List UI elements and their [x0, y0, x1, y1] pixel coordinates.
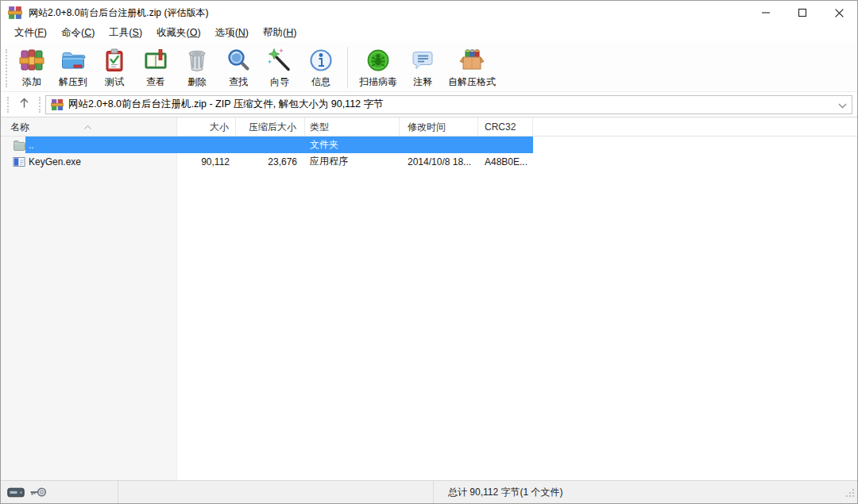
- up-arrow-icon: [19, 98, 29, 111]
- test-clipboard-icon: [101, 47, 128, 74]
- sorted-column-shade: [1, 117, 177, 480]
- file-type: 文件夹: [305, 138, 400, 152]
- extract-folder-icon: [60, 47, 87, 74]
- comment-bubble-icon: [409, 47, 436, 74]
- scan-virus-button[interactable]: 扫描病毒: [354, 44, 402, 90]
- status-left-section: [1, 481, 118, 503]
- close-button[interactable]: [821, 1, 857, 25]
- archive-path-text: 网站2.0+8.0前台后台注册机.zip - ZIP 压缩文件, 解包大小为 9…: [68, 98, 838, 111]
- archive-path-combobox[interactable]: 网站2.0+8.0前台后台注册机.zip - ZIP 压缩文件, 解包大小为 9…: [45, 95, 852, 114]
- delete-trash-icon: [184, 47, 211, 74]
- sfx-box-icon: [458, 47, 485, 74]
- close-icon: [834, 8, 844, 18]
- key-icon[interactable]: [29, 487, 47, 498]
- menu-tools[interactable]: 工具(S): [102, 25, 149, 41]
- addressbar-gripper-2[interactable]: [39, 97, 41, 113]
- status-total-text: 总计 90,112 字节(1 个文件): [434, 481, 857, 503]
- add-archive-icon: [18, 47, 45, 74]
- test-button[interactable]: 测试: [94, 44, 135, 90]
- column-packed[interactable]: 压缩后大小: [236, 117, 305, 137]
- sort-ascending-icon: [84, 118, 91, 133]
- menubar: 文件(F) 命令(C) 工具(S) 收藏夹(O) 选项(N) 帮助(H): [1, 25, 857, 41]
- info-circle-icon: [307, 47, 334, 74]
- wizard-button[interactable]: 向导: [259, 44, 300, 90]
- menu-favorites[interactable]: 收藏夹(O): [149, 25, 208, 41]
- view-book-icon: [142, 47, 169, 74]
- resize-grip[interactable]: [844, 487, 855, 501]
- titlebar: 网站2.0+8.0前台后台注册机.zip (评估版本): [1, 1, 857, 25]
- minimize-icon: [761, 8, 771, 17]
- window-title: 网站2.0+8.0前台后台注册机.zip (评估版本): [29, 6, 748, 20]
- file-name: KeyGen.exe: [29, 156, 81, 167]
- menu-file[interactable]: 文件(F): [7, 25, 54, 41]
- file-type: 应用程序: [305, 155, 400, 168]
- find-button[interactable]: 查找: [218, 44, 259, 90]
- extract-to-button[interactable]: 解压到: [52, 44, 94, 90]
- winrar-window: 网站2.0+8.0前台后台注册机.zip (评估版本) 文件(F) 命令(C): [0, 0, 858, 504]
- column-type[interactable]: 类型: [305, 117, 400, 137]
- view-button[interactable]: 查看: [135, 44, 176, 90]
- find-magnifier-icon: [225, 47, 252, 74]
- menu-help[interactable]: 帮助(H): [256, 25, 303, 41]
- toolbar-buttons: 添加 解压到 测试 查看 删除: [11, 44, 500, 90]
- file-packed: 23,676: [236, 156, 305, 167]
- scan-virus-icon: [365, 47, 392, 74]
- toolbar-gripper[interactable]: [6, 49, 7, 87]
- delete-button[interactable]: 删除: [176, 44, 218, 90]
- file-rows: .. 文件夹 KeyGen.exe 90,112 23,676 应: [1, 137, 857, 170]
- info-button[interactable]: 信息: [300, 44, 342, 90]
- wizard-wand-icon: [266, 47, 293, 74]
- drive-icon[interactable]: [7, 487, 25, 498]
- file-list-pane: 名称 大小 压缩后大小 类型 修改时间 CRC32: [1, 117, 857, 480]
- file-crc32: A48B0E...: [478, 156, 533, 167]
- status-middle-section: [118, 481, 434, 503]
- file-row[interactable]: KeyGen.exe 90,112 23,676 应用程序 2014/10/8 …: [1, 153, 857, 170]
- updir-folder-icon: [13, 139, 25, 152]
- sfx-button[interactable]: 自解压格式: [443, 44, 500, 90]
- add-button[interactable]: 添加: [11, 44, 52, 90]
- column-crc32[interactable]: CRC32: [478, 117, 533, 137]
- winrar-logo-icon: [8, 6, 22, 20]
- list-header: 名称 大小 压缩后大小 类型 修改时间 CRC32: [1, 117, 857, 137]
- file-name: ..: [29, 140, 34, 151]
- file-row[interactable]: .. 文件夹: [1, 137, 857, 153]
- maximize-button[interactable]: [784, 1, 821, 25]
- comment-button[interactable]: 注释: [402, 44, 443, 90]
- status-bar: 总计 90,112 字节(1 个文件): [1, 480, 857, 503]
- minimize-button[interactable]: [748, 1, 784, 25]
- column-modified[interactable]: 修改时间: [400, 117, 478, 137]
- menu-commands[interactable]: 命令(C): [54, 25, 102, 41]
- file-modified: 2014/10/8 18...: [400, 156, 478, 167]
- toolbar: 添加 解压到 测试 查看 删除: [1, 41, 857, 92]
- chevron-down-icon[interactable]: [838, 98, 847, 112]
- addressbar-gripper[interactable]: [7, 97, 9, 113]
- file-size: 90,112: [177, 156, 236, 167]
- maximize-icon: [798, 8, 807, 17]
- up-one-level-button[interactable]: [12, 95, 36, 114]
- address-bar: 网站2.0+8.0前台后台注册机.zip - ZIP 压缩文件, 解包大小为 9…: [1, 92, 857, 117]
- window-controls: [748, 1, 857, 25]
- column-size[interactable]: 大小: [177, 117, 236, 137]
- application-icon: [13, 156, 25, 168]
- menu-options[interactable]: 选项(N): [208, 25, 256, 41]
- winrar-archive-icon: [51, 98, 64, 111]
